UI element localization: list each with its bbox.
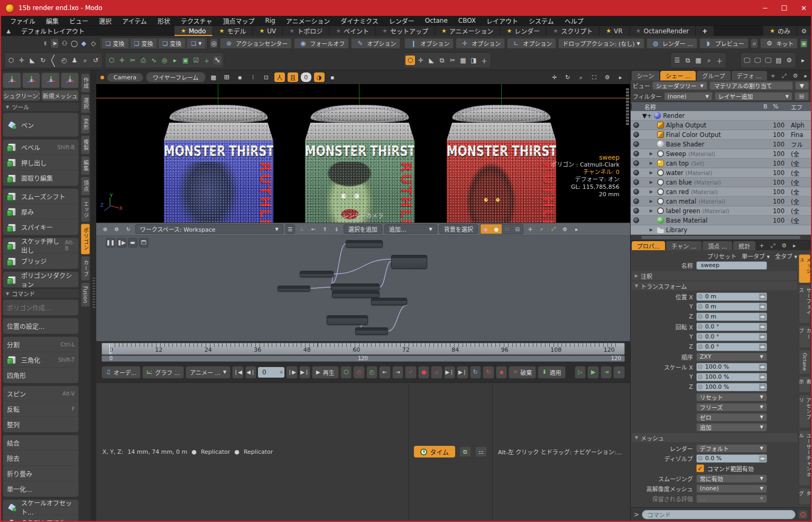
position-y-field[interactable]: 0 m◀▶	[696, 303, 767, 311]
maximize-viewport-icon[interactable]: ⛶	[589, 72, 599, 82]
category-tab-表示[interactable]: 表示	[799, 376, 810, 393]
more-icon[interactable]: ▸	[790, 241, 799, 250]
spinner-icon[interactable]: ◀▶	[759, 304, 766, 310]
spinner-icon[interactable]: ◀▶	[759, 314, 766, 320]
tree-row-can top[interactable]: ▶can top(Set)100(全	[631, 159, 811, 168]
eye-cell[interactable]	[631, 132, 642, 138]
add-selected-button[interactable]: 選択を追加	[344, 224, 382, 234]
layout-tab-セットアップ[interactable]: ★セットアップ	[376, 26, 435, 36]
component-tab-ポリゴン[interactable]: ポリゴン	[81, 224, 90, 254]
graph-button[interactable]: 📈︎グラフ ...	[142, 366, 184, 379]
menu-形状[interactable]: 形状	[153, 16, 175, 26]
eye-cell[interactable]	[631, 189, 642, 195]
workspace-dropdown[interactable]: ワークスペース: Workspace▼	[135, 224, 283, 234]
list-icon[interactable]: ☰	[672, 56, 682, 65]
tree-row-can metal[interactable]: ▶can metal(Material)100(全	[631, 197, 811, 206]
component-tab-カーブ[interactable]: カーブ	[81, 256, 90, 281]
effect-cell[interactable]: フル	[791, 140, 811, 149]
capsule-on-icon[interactable]: ◑	[314, 72, 325, 82]
move-tool-icon[interactable]: ✛	[17, 56, 26, 65]
eye-icon[interactable]	[633, 198, 639, 204]
schematic-node[interactable]	[371, 298, 407, 305]
keyframe-dot[interactable]	[698, 364, 703, 369]
blackbox-icon[interactable]: ▪	[235, 72, 245, 82]
capsule-icon[interactable]: 0	[301, 72, 311, 82]
scale-x-field[interactable]: 100.0 %◀▶	[696, 363, 767, 371]
spinner-icon[interactable]: ◀▶	[759, 384, 766, 390]
stop-red-icon[interactable]: ▪	[496, 366, 507, 379]
polys-mode-icon[interactable]: ✂	[128, 56, 137, 65]
add-dropdown[interactable]: 追加...▼	[384, 224, 437, 234]
tool-スケッチ押し出し[interactable]: スケッチ押し出しAlt-B	[3, 238, 78, 253]
option-bar-button[interactable]: ❙オプション	[404, 38, 454, 49]
tree-row-Base Shader[interactable]: Base Shader100フル	[631, 140, 811, 149]
eye-icon[interactable]	[633, 160, 639, 166]
flat-toggle[interactable]: ⊟	[512, 224, 523, 234]
eye-icon[interactable]	[633, 217, 639, 223]
ゼロ-dropdown[interactable]: ゼロ▼	[696, 413, 767, 422]
spinner-icon[interactable]: ◀▶	[759, 364, 766, 370]
spinner-icon[interactable]: ◀▶	[759, 324, 766, 330]
tool-多角形を平坦化[interactable]: 多角形を平坦化	[3, 515, 78, 521]
mesh-section[interactable]: ▼メッシュ	[632, 433, 797, 442]
check-mode-icon[interactable]: ☑	[191, 56, 201, 65]
layout-tab-トポロジ[interactable]: ★トポロジ	[283, 26, 329, 36]
menu-ファイル[interactable]: ファイル	[5, 16, 40, 26]
tool-スムーズシフト[interactable]: スムーズシフト	[3, 189, 78, 204]
anim-dropdown[interactable]: アニメー ...▼	[186, 366, 230, 379]
effect-cell[interactable]: Fina	[791, 131, 811, 139]
dither-icon[interactable]: ▩	[208, 72, 219, 82]
component-tab-変形[interactable]: 変形	[81, 115, 90, 134]
tab-デフォ ...[interactable]: デフォ ...	[732, 71, 767, 80]
tool-厚み[interactable]: 厚み	[3, 204, 78, 219]
schematic-node[interactable]	[391, 255, 427, 269]
pan-icon[interactable]: ✛	[549, 72, 560, 82]
nodes-icon[interactable]: ∴	[297, 224, 307, 234]
single-tab-dropdown[interactable]: 単一タブ ▾	[742, 252, 770, 260]
component-tab-選択[interactable]: 選択	[81, 94, 90, 113]
preview-button[interactable]: ◗プレビュー	[699, 38, 749, 49]
gear-icon[interactable]: ⚙	[779, 241, 789, 250]
stamp-tool-icon[interactable]: ♟	[70, 56, 79, 65]
item-cam-icon[interactable]: ▦	[458, 56, 468, 65]
eye-icon[interactable]	[633, 151, 639, 157]
clock-tool-icon[interactable]: ◴	[59, 56, 69, 65]
add-link-icon[interactable]: ⊕	[100, 224, 110, 234]
tool-ペン[interactable]: ペン	[3, 113, 78, 136]
bend-tool-icon[interactable]: 〱	[49, 56, 58, 65]
tab-シーン[interactable]: シーン	[632, 71, 659, 80]
rotation-y-field[interactable]: 0.0 °◀▶	[696, 333, 767, 341]
filter-funnel-icon[interactable]: ▼	[795, 81, 809, 90]
magnifier-icon[interactable]: ⌕	[751, 39, 759, 48]
keyframe-dot[interactable]	[698, 324, 703, 329]
item-mode-icon[interactable]: 🯅	[41, 39, 49, 48]
gizmo-sphere-button[interactable]	[3, 72, 21, 88]
next-key-button[interactable]: ⇥	[392, 366, 403, 379]
camera-icon[interactable]: ▤	[774, 56, 783, 65]
rotate-tool-icon[interactable]: ↻	[38, 56, 48, 65]
kit-button[interactable]: ⚙キット	[760, 38, 798, 49]
step-icon[interactable]: ❚▶	[117, 238, 126, 248]
pause-icon[interactable]: ❚❚	[106, 238, 115, 248]
schem-gear-icon[interactable]: ⚙	[560, 224, 570, 234]
eye-cell[interactable]	[631, 208, 642, 214]
scale-z-field[interactable]: 100.0 %◀▶	[696, 383, 767, 391]
folder-caret[interactable]: ▶	[650, 227, 655, 232]
tool-位置の設定...[interactable]: 位置の設定...	[3, 318, 78, 334]
フリーズ-dropdown[interactable]: フリーズ▼	[696, 403, 767, 411]
viewport-gear-icon[interactable]: ⚙	[602, 72, 613, 82]
verts-mode-icon[interactable]: ⬡	[107, 56, 116, 65]
command-record-button[interactable]	[798, 510, 808, 519]
viewport-3d[interactable]: MONSTER THIRSTRUTHLESSLYBrutal Berry330m…	[96, 84, 630, 223]
effect-cell[interactable]: (全	[791, 159, 811, 168]
clock-green-icon[interactable]: ◴	[366, 366, 377, 379]
new-mesh-button[interactable]: 新規メッシュ	[41, 90, 79, 101]
zoom-icon[interactable]: ⌕	[576, 72, 586, 82]
eye-icon[interactable]	[633, 122, 639, 128]
row-caret[interactable]: ▶	[650, 170, 655, 175]
option-corner-button[interactable]: ∟オプション	[507, 38, 556, 49]
menu-頂点マップ[interactable]: 頂点マップ	[218, 16, 259, 26]
order-dropdown[interactable]: ZXY▼	[696, 353, 767, 361]
maximize-button[interactable]: ☐	[781, 4, 787, 12]
jump-end-button[interactable]: ▶❘	[457, 366, 468, 379]
